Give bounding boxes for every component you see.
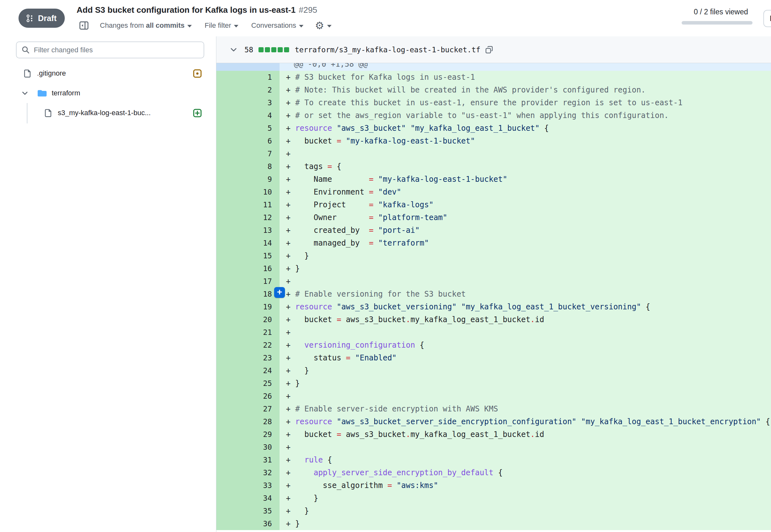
tree-item-s3-bucket-file[interactable]: s3_my-kafka-log-east-1-buc... xyxy=(0,103,216,123)
add-comment-plus-button[interactable]: + xyxy=(274,287,285,298)
addition-marker: + xyxy=(286,149,290,158)
file-filter-dropdown[interactable]: File filter xyxy=(204,21,238,30)
diff-line-code: + xyxy=(279,441,771,454)
diff-line-code: + # or set the aws_region variable to "u… xyxy=(279,109,771,122)
diff-line-number[interactable]: 9 xyxy=(216,173,279,186)
diff-line-code: + versioning_configuration { xyxy=(279,339,771,351)
diff-line-code: + sse_algorithm = "aws:kms" xyxy=(279,479,771,492)
diff-line-number[interactable]: 17 xyxy=(216,275,279,288)
addition-marker: + xyxy=(286,124,295,133)
diff-line-number[interactable]: 8 xyxy=(216,160,279,173)
diff-line-number[interactable]: 14 xyxy=(216,237,279,249)
addition-marker: + xyxy=(286,519,295,528)
pr-title: Add S3 bucket configuration for Kafka lo… xyxy=(77,5,317,15)
diff-line-code: + xyxy=(279,326,771,339)
diff-line-number[interactable]: 13 xyxy=(216,224,279,237)
diff-line-code: + resource "aws_s3_bucket" "my_kafka_log… xyxy=(279,122,771,135)
copy-path-button[interactable] xyxy=(486,46,493,54)
chevron-down-icon xyxy=(21,89,29,97)
file-tree-sidebar: .gitignore terraform xyxy=(0,36,216,532)
diff-line-number[interactable]: 34 xyxy=(216,492,279,505)
diff-line-number[interactable]: 36 xyxy=(216,517,279,530)
diff-line: 32+ apply_server_side_encryption_by_defa… xyxy=(216,466,771,479)
diff-line-number[interactable]: 19 xyxy=(216,300,279,313)
changes-from-dropdown[interactable]: Changes from all commits xyxy=(100,21,192,30)
diff-line: 23+ status = "Enabled" xyxy=(216,351,771,364)
diff-line-number[interactable]: 6 xyxy=(216,135,279,147)
tree-item-terraform-folder[interactable]: terraform xyxy=(0,83,216,103)
diff-line: 19+ resource "aws_s3_bucket_versioning" … xyxy=(216,300,771,313)
search-icon xyxy=(22,46,30,54)
diff-line: 11+ Project = "kafka-logs" xyxy=(216,198,771,211)
diff-line: 15+ } xyxy=(216,249,771,262)
diff-line-number[interactable]: 15 xyxy=(216,249,279,262)
filter-changed-files-input[interactable] xyxy=(34,46,198,54)
addition-marker: + xyxy=(286,73,295,82)
diff-line-number[interactable]: 31 xyxy=(216,454,279,466)
diff-line-number[interactable]: 10 xyxy=(216,186,279,198)
diff-line-code: + } xyxy=(279,249,771,262)
diff-line-number[interactable]: 11 xyxy=(216,198,279,211)
addition-marker: + xyxy=(286,366,295,375)
pr-title-text: Add S3 bucket configuration for Kafka lo… xyxy=(77,5,295,15)
diff-line-code: + Project = "kafka-logs" xyxy=(279,198,771,211)
diff-line-number[interactable]: 2 xyxy=(216,84,279,96)
diff-line-number[interactable]: 4 xyxy=(216,109,279,122)
diff-line-number[interactable]: 23 xyxy=(216,351,279,364)
diff-line-code: + } xyxy=(279,517,771,530)
diff-line: 29+ bucket = aws_s3_bucket.my_kafka_log_… xyxy=(216,428,771,441)
changes-from-label: Changes from xyxy=(100,21,144,30)
diff-line-number[interactable]: 16 xyxy=(216,262,279,275)
diff-line: 28+ resource "aws_s3_bucket_server_side_… xyxy=(216,415,771,428)
diff-line-number[interactable]: 29 xyxy=(216,428,279,441)
collapse-diff-chevron[interactable] xyxy=(230,46,237,54)
diff-line-number[interactable]: 20 xyxy=(216,313,279,326)
addition-marker: + xyxy=(286,481,295,490)
diff-line: 20+ bucket = aws_s3_bucket.my_kafka_log_… xyxy=(216,313,771,326)
diff-filename-link[interactable]: terraform/s3_my-kafka-log-east-1-bucket.… xyxy=(295,46,481,54)
diff-line-number[interactable]: 22 xyxy=(216,339,279,351)
diff-line-number[interactable]: 30 xyxy=(216,441,279,454)
addition-marker: + xyxy=(286,111,295,120)
diff-line-number[interactable]: 35 xyxy=(216,505,279,517)
collapse-sidebar-button[interactable] xyxy=(79,20,89,31)
diff-file-header: 58 terraform/s3_my-kafka-log-east-1-buck… xyxy=(216,36,771,63)
tree-item-gitignore[interactable]: .gitignore xyxy=(0,63,216,83)
folder-icon xyxy=(38,89,47,98)
diff-line-number[interactable]: 7 xyxy=(216,147,279,160)
diff-line-number[interactable]: 26 xyxy=(216,390,279,403)
diff-line-code: + xyxy=(279,147,771,160)
file-icon xyxy=(23,69,32,78)
diff-line-number[interactable]: 3 xyxy=(216,96,279,109)
diff-line-number[interactable]: 5 xyxy=(216,122,279,135)
diff-line-number[interactable]: 25 xyxy=(216,377,279,390)
addition-marker: + xyxy=(286,506,295,515)
diff-line: 16+ } xyxy=(216,262,771,275)
addition-marker: + xyxy=(286,200,295,209)
diff-line-number[interactable]: 18 xyxy=(216,288,279,300)
diff-line: 6+ bucket = "my-kafka-log-east-1-bucket" xyxy=(216,135,771,147)
diff-line-number[interactable]: 27 xyxy=(216,403,279,415)
diff-line: 14+ managed_by = "terraform" xyxy=(216,237,771,249)
diff-line-number[interactable]: 12 xyxy=(216,211,279,224)
diff-line-code: + # Enable versioning for the S3 bucket xyxy=(279,288,771,300)
review-changes-button-clipped[interactable]: R xyxy=(763,10,771,27)
diff-line: 35+ } xyxy=(216,505,771,517)
diff-line-code: + } xyxy=(279,364,771,377)
diff-line-number[interactable]: 33 xyxy=(216,479,279,492)
diff-line-number[interactable]: 24 xyxy=(216,364,279,377)
filter-changed-files-box xyxy=(16,41,204,58)
diff-line-code: + tags = { xyxy=(279,160,771,173)
sidebar-toggle-icon xyxy=(79,20,89,31)
page-header: Draft Add S3 bucket configuration for Ka… xyxy=(0,0,771,36)
diff-line-number[interactable]: 28 xyxy=(216,415,279,428)
diff-line: 10+ Environment = "dev" xyxy=(216,186,771,198)
diff-line-number[interactable]: 21 xyxy=(216,326,279,339)
diff-settings-dropdown[interactable]: ⚙ xyxy=(315,20,331,31)
diff-line-number[interactable]: 1 xyxy=(216,71,279,84)
conversations-dropdown[interactable]: Conversations xyxy=(251,21,303,30)
tree-item-label: terraform xyxy=(52,89,80,97)
diff-line-number[interactable]: 32 xyxy=(216,466,279,479)
diff-line: 26+ xyxy=(216,390,771,403)
addition-marker: + xyxy=(286,188,295,196)
